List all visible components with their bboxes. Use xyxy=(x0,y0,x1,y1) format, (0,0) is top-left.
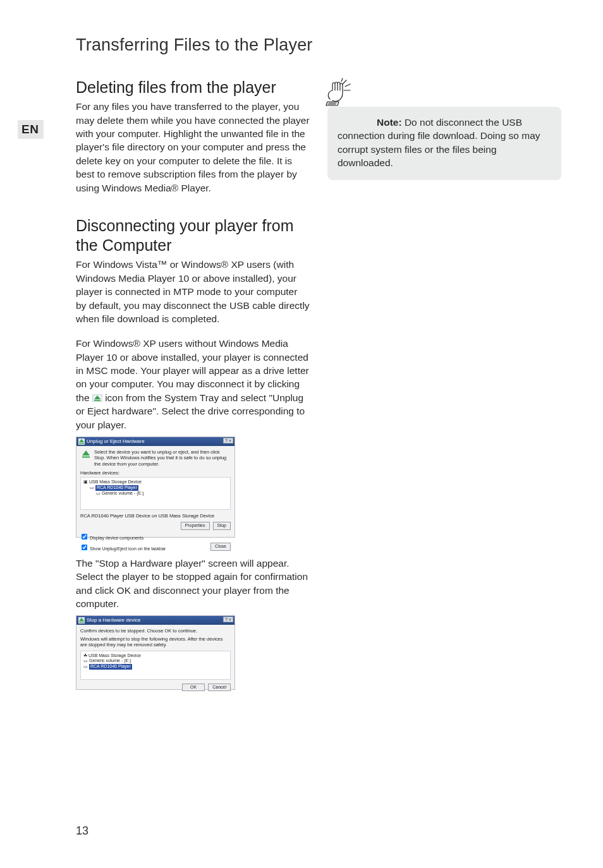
dialog2-intro2: Windows will attempt to stop the followi… xyxy=(80,636,231,648)
usb-icon: ☘ xyxy=(83,653,87,658)
dialog1-tree-line1: USB Mass Storage Device xyxy=(89,479,142,485)
svg-rect-5 xyxy=(82,456,90,457)
chapter-title: Transferring Files to the Player xyxy=(76,35,565,55)
note-box: xxxxxxxxNote: Do not disconnect the USB … xyxy=(327,107,561,180)
dialog2-title: Stop a Hardware device xyxy=(76,616,234,625)
dialog1-close-x[interactable]: ? × xyxy=(223,438,233,443)
cancel-button[interactable]: Cancel xyxy=(208,684,231,692)
stop-button[interactable]: Stop xyxy=(213,522,231,530)
note-label: Note: xyxy=(377,117,402,128)
section-disconnect-p3: The "Stop a Hardware player" screen will… xyxy=(76,557,310,611)
dialog1-desc: RCA RD1040 Player USB Device on USB Mass… xyxy=(80,513,231,519)
drive-icon: ▭ xyxy=(90,485,94,490)
volume-icon: ▭ xyxy=(96,491,100,495)
dialog2-close-x[interactable]: ? × xyxy=(223,617,233,622)
chk-display-components-label: Display device components xyxy=(90,536,143,540)
section-deleting-body: For any files you have transferred to th… xyxy=(76,100,310,195)
note-hand-icon xyxy=(324,78,358,107)
dialog2-item2: Generic volume - (E:) xyxy=(89,658,131,663)
dialog2-item1: USB Mass Storage Device xyxy=(88,653,141,658)
section-disconnect-p2: For Windows® XP users without Windows Me… xyxy=(76,337,310,431)
eject-icon xyxy=(78,438,85,445)
dialog1-tree[interactable]: ▣USB Mass Storage Device ▭ RCA RD1040 Pl… xyxy=(80,477,231,510)
section-disconnect-p2-post: icon from the System Tray and select "Un… xyxy=(76,392,305,430)
unplug-eject-dialog: Unplug or Eject Hardware ? × Select the … xyxy=(76,437,235,538)
volume-icon: ▭ xyxy=(83,658,88,663)
dialog1-intro: Select the device you want to unplug or … xyxy=(94,449,231,467)
eject-icon xyxy=(78,617,85,624)
stop-hardware-dialog: Stop a Hardware device ? × Confirm devic… xyxy=(76,615,235,690)
dialog1-tree-line2[interactable]: RCA RD1040 Player xyxy=(95,485,138,491)
dialog1-tree-line3: Generic volume - (E:) xyxy=(102,491,144,495)
section-disconnect-title: Disconnecting your player from the Compu… xyxy=(76,216,310,256)
eject-tray-icon xyxy=(92,394,102,402)
dialog1-title: Unplug or Eject Hardware xyxy=(76,437,234,446)
left-column: Deleting files from the player For any f… xyxy=(76,78,310,690)
eject-icon xyxy=(80,449,92,459)
drive-icon: ▭ xyxy=(83,664,88,668)
note-text: Do not disconnect the USB connection dur… xyxy=(338,117,540,168)
page-number: 13 xyxy=(76,824,88,838)
section-disconnect-p1: For Windows Vista™ or Windows® XP users … xyxy=(76,258,310,325)
svg-rect-7 xyxy=(79,622,84,622)
close-button[interactable]: Close xyxy=(210,543,231,551)
usb-icon: ▣ xyxy=(83,479,88,485)
properties-button[interactable]: Properties xyxy=(181,522,210,530)
language-tab: EN xyxy=(18,120,44,139)
dialog1-hw-label: Hardware devices: xyxy=(80,470,231,476)
dialog2-list[interactable]: ☘ USB Mass Storage Device ▭ Generic volu… xyxy=(80,651,231,680)
section-deleting-title: Deleting files from the player xyxy=(76,78,310,97)
svg-rect-3 xyxy=(79,443,84,443)
chk-show-icon[interactable] xyxy=(82,545,87,550)
language-tab-label: EN xyxy=(21,123,39,136)
ok-button[interactable]: OK xyxy=(182,684,205,692)
chk-show-icon-label: Show Unplug/Eject icon on the taskbar xyxy=(90,546,166,551)
chk-display-components[interactable] xyxy=(82,533,87,539)
right-column: xxxxxxxxNote: Do not disconnect the USB … xyxy=(327,78,561,690)
svg-rect-1 xyxy=(94,400,100,401)
dialog2-item3[interactable]: RCA RD1040 Player xyxy=(89,664,132,670)
dialog2-intro1: Confirm devices to be stopped. Choose OK… xyxy=(80,628,231,634)
